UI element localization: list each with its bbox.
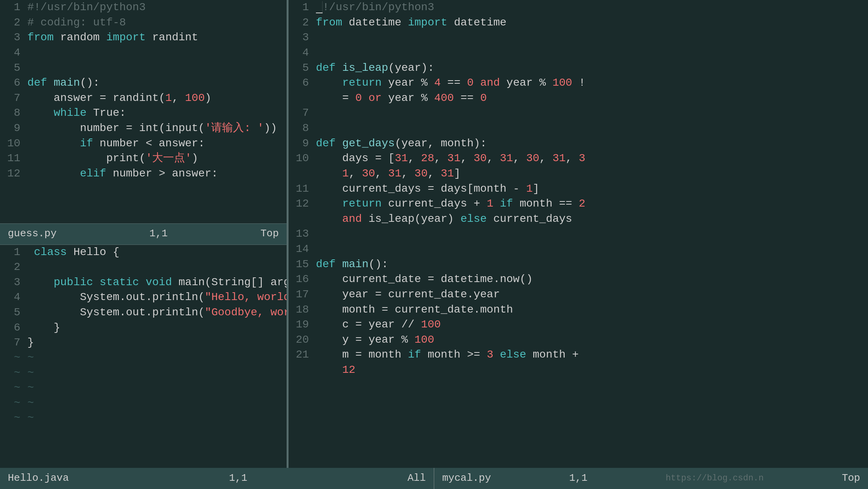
status-url-mycal: https://blog.csdn.n: [665, 473, 764, 484]
line-content: [316, 30, 864, 45]
code-line: ~~: [4, 411, 283, 426]
line-content: def is_leap(year):: [316, 61, 864, 76]
code-line: 4: [4, 45, 283, 61]
line-content: [316, 121, 864, 136]
line-content: year = current_date.year: [316, 287, 864, 302]
code-line: 16 current_date = datetime.now(): [292, 272, 864, 287]
line-content: }: [27, 335, 283, 351]
line-number: 1: [4, 245, 27, 260]
line-content: # coding: utf-8: [27, 15, 283, 31]
line-number: 16: [292, 272, 316, 287]
line-number: 4: [4, 290, 27, 305]
status-filename-mycal: mycal.py: [442, 471, 491, 485]
line-content: = 0 or year % 400 == 0: [316, 91, 864, 106]
code-line: 7: [292, 106, 864, 121]
line-number: 6: [292, 76, 316, 91]
line-content: answer = randint(1, 100): [27, 91, 283, 106]
line-content: and is_leap(year) else current_days: [316, 212, 864, 227]
line-content: 1, 30, 31, 30, 31]: [316, 166, 864, 182]
pane-guess[interactable]: 1#!/usr/bin/python32# coding: utf-83from…: [0, 0, 287, 223]
line-number: 8: [4, 106, 27, 121]
code-line: 6 return year % 4 == 0 and year % 100 !: [292, 76, 864, 91]
code-line: and is_leap(year) else current_days: [292, 212, 864, 227]
code-line: 3: [292, 30, 864, 45]
bottom-status: Hello.java 1,1 All mycal.py 1,1 https://…: [0, 468, 868, 489]
status-pos-java: 1,1: [229, 471, 247, 485]
line-number: 11: [4, 151, 27, 166]
line-content: def main():: [27, 76, 283, 91]
line-number: 4: [4, 45, 27, 61]
line-content: [316, 45, 864, 61]
line-number: 9: [4, 121, 27, 136]
line-number: 14: [292, 242, 316, 257]
code-line: 2# coding: utf-8: [4, 15, 283, 31]
code-line: 12: [292, 363, 864, 378]
line-content: #!/usr/bin/python3: [27, 0, 283, 15]
code-line: 2from datetime import datetime: [292, 15, 864, 31]
line-number: [292, 166, 316, 182]
pane-java[interactable]: 1 class Hello {23 public static void mai…: [0, 244, 287, 468]
line-content: y = year % 100: [316, 333, 864, 348]
line-content: current_date = datetime.now(): [316, 272, 864, 287]
line-content: ~: [27, 411, 283, 426]
line-number: 2: [292, 15, 316, 31]
line-number: 8: [292, 121, 316, 136]
pane-mycal[interactable]: 1█!/usr/bin/python32from datetime import…: [289, 0, 868, 468]
line-content: month = current_date.month: [316, 302, 864, 318]
code-line: 1, 30, 31, 30, 31]: [292, 166, 864, 182]
code-line: 15def main():: [292, 257, 864, 272]
code-line: 2: [4, 260, 283, 275]
line-number: ~: [4, 381, 27, 396]
line-number: 12: [4, 166, 27, 182]
line-number: 10: [4, 136, 27, 151]
code-line: 9 number = int(input('请输入: ')): [4, 121, 283, 136]
code-line: 19 c = year // 100: [292, 317, 864, 333]
line-number: 2: [4, 15, 27, 31]
line-number: 5: [292, 61, 316, 76]
code-line: 13: [292, 227, 864, 242]
line-content: ~: [27, 366, 283, 381]
status-top-mycal: Top: [842, 471, 860, 485]
line-content: [27, 45, 283, 61]
line-number: 13: [292, 227, 316, 242]
line-number: ~: [4, 351, 27, 366]
code-line: 17 year = current_date.year: [292, 287, 864, 302]
line-number: 15: [292, 257, 316, 272]
line-content: from random import randint: [27, 30, 283, 45]
line-content: current_days = days[month - 1]: [316, 182, 864, 197]
line-number: 1: [4, 0, 27, 15]
line-number: 3: [292, 30, 316, 45]
line-number: 5: [4, 61, 27, 76]
line-number: 12: [292, 196, 316, 212]
line-content: m = month if month >= 3 else month +: [316, 347, 864, 363]
code-line: 20 y = year % 100: [292, 333, 864, 348]
line-number: [292, 91, 316, 106]
line-number: 9: [292, 136, 316, 151]
line-number: 7: [4, 335, 27, 351]
line-content: while True:: [27, 106, 283, 121]
code-line: 3from random import randint: [4, 30, 283, 45]
line-content: ~: [27, 381, 283, 396]
line-content: from datetime import datetime: [316, 15, 864, 31]
code-line: ~~: [4, 396, 283, 411]
line-content: [316, 227, 864, 242]
editor-area: 1#!/usr/bin/python32# coding: utf-83from…: [0, 0, 868, 468]
code-line: ~~: [4, 366, 283, 381]
line-content: [27, 61, 283, 76]
line-number: 2: [4, 260, 27, 275]
status-filename-guess: guess.py: [8, 227, 57, 241]
code-line: 6 }: [4, 320, 283, 336]
code-line: 1█!/usr/bin/python3: [292, 0, 864, 15]
code-line: 5 System.out.println("Goodbye, world!");: [4, 305, 283, 320]
code-line: 10 days = [31, 28, 31, 30, 31, 30, 31, 3: [292, 151, 864, 166]
line-content: elif number > answer:: [27, 166, 283, 182]
line-number: 19: [292, 317, 316, 333]
line-number: 6: [4, 76, 27, 91]
code-line: 21 m = month if month >= 3 else month +: [292, 347, 864, 363]
code-line: 18 month = current_date.month: [292, 302, 864, 318]
line-number: 21: [292, 347, 316, 363]
line-content: if number < answer:: [27, 136, 283, 151]
status-top-guess: Top: [260, 227, 279, 241]
code-line: 1#!/usr/bin/python3: [4, 0, 283, 15]
line-content: [27, 260, 283, 275]
